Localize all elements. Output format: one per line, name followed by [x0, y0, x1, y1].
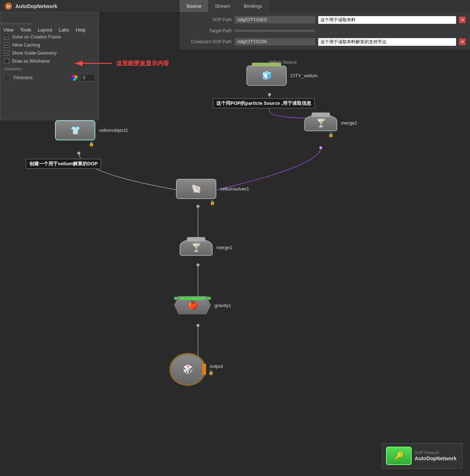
- gravity-label: gravity1: [214, 303, 231, 308]
- thumbnail-node[interactable]: 🔑: [386, 447, 412, 465]
- arrow-annotation-group: 这里能更改显示内容: [71, 56, 176, 71]
- svg-point-15: [319, 146, 322, 149]
- red-arrow: [71, 56, 115, 71]
- merge2-icon: 🍸: [316, 118, 326, 128]
- gravity-body[interactable]: 🍎: [174, 296, 211, 314]
- output-icon: 🎲: [183, 365, 193, 374]
- node-merge1[interactable]: 🍸 merge1: [180, 239, 232, 256]
- connections-svg: [0, 12, 470, 476]
- output-label-group: output 🔒: [208, 364, 223, 375]
- vellumsolver-body[interactable]: 🐚: [176, 179, 216, 199]
- gravity-icon: 🍎: [188, 300, 198, 310]
- node-vellum-source[interactable]: Vellum Source 🧊 CITY_vellum: [246, 60, 317, 86]
- node-vellumobject1[interactable]: 👕 vellumobject1 🔒: [55, 120, 128, 147]
- vellum-source-body[interactable]: 🧊: [246, 66, 287, 86]
- merge1-label: merge1: [216, 245, 232, 250]
- thumbnail-labels: DOP Network AutoDopNetwork: [415, 450, 456, 461]
- node-canvas: Vellum Source 🧊 CITY_vellum 🍸 merge2 🔒 👕: [0, 12, 470, 476]
- svg-point-10: [197, 263, 199, 266]
- houdini-icon: H: [4, 2, 12, 10]
- merge2-body[interactable]: 🍸: [304, 115, 337, 131]
- vellum-source-icon: 🧊: [262, 71, 272, 81]
- merge2-lock: 🔒: [328, 132, 334, 137]
- arrow-annotation-text: 这里能更改显示内容: [113, 59, 172, 69]
- output-label: output: [210, 364, 223, 369]
- vellum-source-name: CITY_vellum: [290, 73, 317, 78]
- node-merge2[interactable]: 🍸 merge2 🔒: [304, 115, 357, 137]
- svg-point-7: [77, 152, 80, 155]
- node-vellumsolver1[interactable]: 🐚 vellumsolver1 🔒: [176, 179, 249, 205]
- svg-point-12: [197, 324, 199, 327]
- svg-point-14: [268, 93, 271, 96]
- vellumobj-icon: 👕: [70, 126, 80, 135]
- merge2-label: merge2: [341, 120, 357, 126]
- thumbnail-network-label: DOP Network: [415, 450, 456, 455]
- tab-stream[interactable]: Stream: [208, 0, 237, 12]
- merge1-body[interactable]: 🍸: [180, 239, 213, 256]
- tab-source[interactable]: Source: [180, 0, 208, 12]
- node-output[interactable]: 🎲 output 🔒: [169, 353, 223, 386]
- vellumobj-body[interactable]: 👕: [55, 120, 95, 140]
- tab-bindings[interactable]: Bindings: [237, 0, 269, 12]
- vellumsolver-lock: 🔒: [210, 200, 215, 205]
- window-title: H AutoDopNetwork: [0, 2, 62, 10]
- vellumobj-lock: 🔒: [89, 141, 94, 147]
- node-gravity1[interactable]: 🍎 gravity1: [174, 296, 231, 314]
- output-body-wrap[interactable]: 🎲: [169, 353, 206, 386]
- merge1-icon: 🍸: [191, 243, 201, 252]
- vellumobj-label: vellumobject1: [99, 128, 128, 133]
- vellumsolver-icon: 🐚: [191, 184, 201, 194]
- vellum-source-cap: [252, 63, 281, 66]
- svg-point-8: [197, 205, 199, 208]
- output-orange-bar: [202, 364, 206, 375]
- top-bar: H AutoDopNetwork Source Stream Bindings: [0, 0, 470, 12]
- vellumobj-annotation: 创建一个用于vellum解算的DOP: [26, 159, 101, 169]
- pop-source-annotation: 这个同POP的particle Source ,用于读取信息: [213, 98, 315, 108]
- thumbnail-name: AutoDopNetwork: [415, 455, 456, 461]
- svg-text:H: H: [7, 4, 10, 9]
- tab-group: Source Stream Bindings: [180, 0, 269, 12]
- vellumsolver-label: vellumsolver1: [220, 186, 249, 192]
- thumbnail-box[interactable]: 🔑 DOP Network AutoDopNetwork: [382, 443, 463, 469]
